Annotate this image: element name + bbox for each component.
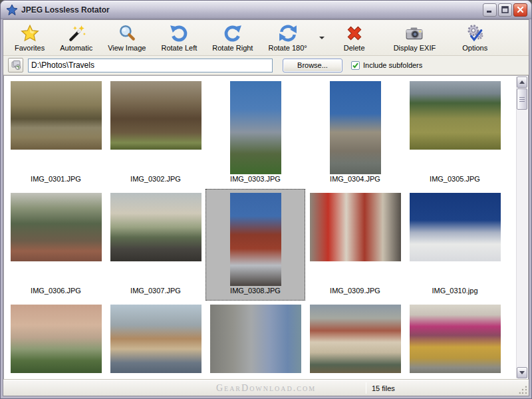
rotate-180-icon [279, 24, 297, 43]
minimize-button[interactable] [483, 3, 497, 17]
thumbnail-cell[interactable] [405, 301, 505, 380]
automatic-button[interactable]: Automatic [55, 22, 97, 54]
view-image-button[interactable]: View Image [103, 22, 150, 54]
window-title: JPEG Lossless Rotator [21, 5, 110, 15]
rotate-right-label: Rotate Right [212, 44, 253, 52]
arrow-up-icon [519, 80, 525, 84]
rotate-left-label: Rotate Left [161, 44, 197, 52]
pathbar: Browse... Include subfolders [3, 56, 529, 75]
thumbnail-filename: IMG_0302.JPG [106, 175, 205, 183]
folder-history-button[interactable] [8, 58, 23, 72]
include-subfolders-option[interactable]: Include subfolders [351, 61, 422, 70]
thumbnail-image[interactable] [110, 305, 201, 373]
thumbnail-cell[interactable]: IMG_0305.JPG [405, 77, 505, 189]
star-icon [21, 24, 39, 43]
thumbnail-image[interactable] [230, 193, 281, 286]
thumbnail-filename: IMG_0306.JPG [6, 287, 106, 295]
thumbnail-image[interactable] [310, 305, 401, 373]
magic-wand-icon [67, 24, 86, 43]
thumbnail-filename: IMG_0301.JPG [6, 175, 106, 183]
thumbnail-cell[interactable]: IMG_0309.JPG [305, 189, 405, 301]
thumbnail-image[interactable] [210, 305, 301, 373]
thumbnail-image[interactable] [310, 193, 401, 261]
thumbnail-filename: IMG_0305.JPG [405, 175, 505, 183]
maximize-button[interactable] [498, 3, 512, 17]
delete-button[interactable]: Delete [335, 22, 374, 54]
thumbnail-image[interactable] [410, 193, 501, 261]
thumbnail-filename: IMG_0307.JPG [106, 287, 205, 295]
thumbnail-cell[interactable] [305, 301, 405, 380]
resize-grip[interactable] [518, 380, 529, 396]
display-exif-button[interactable]: Display EXIF [389, 22, 441, 54]
thumbnail-filename: IMG_0309.JPG [305, 287, 405, 295]
magnifier-icon [118, 24, 136, 43]
thumbnail-filename: IMG_0303.JPG [205, 175, 305, 183]
scrollbar-grip-icon [519, 97, 525, 102]
thumbnail-cell[interactable]: IMG_0302.JPG [106, 77, 205, 189]
close-button[interactable] [513, 3, 527, 17]
browse-button[interactable]: Browse... [283, 59, 342, 72]
chevron-down-icon [319, 37, 325, 39]
rotate-right-icon [223, 24, 242, 43]
arrow-down-icon [519, 371, 525, 374]
options-button[interactable]: Options [456, 22, 494, 54]
thumbnail-grid: IMG_0301.JPG IMG_0302.JPG IMG_0303.JPG I… [6, 77, 505, 380]
resize-grip-icon [519, 386, 528, 395]
rotate-left-button[interactable]: Rotate Left [156, 22, 201, 54]
thumbnail-cell[interactable]: IMG_0304.JPG [305, 77, 405, 189]
rotate-right-button[interactable]: Rotate Right [207, 22, 257, 54]
thumbnail-image[interactable] [410, 305, 501, 373]
thumbnail-cell[interactable]: IMG_0303.JPG [205, 77, 305, 189]
app-window: JPEG Lossless Rotator Favorites [0, 0, 532, 399]
thumbnail-image[interactable] [230, 81, 281, 174]
display-exif-label: Display EXIF [394, 44, 436, 52]
thumbnail-image[interactable] [410, 81, 501, 150]
rotate-180-dropdown[interactable] [318, 22, 326, 54]
rotate-180-label: Rotate 180° [268, 44, 307, 52]
view-image-label: View Image [108, 44, 146, 52]
path-input[interactable] [28, 59, 273, 72]
thumbnail-cell[interactable] [106, 301, 205, 380]
scroll-down-button[interactable] [517, 367, 527, 378]
scroll-up-button[interactable] [517, 76, 527, 88]
red-x-icon [345, 24, 364, 43]
thumbnail-cell[interactable]: IMG_0301.JPG [6, 77, 106, 189]
rotate-left-icon [170, 24, 188, 43]
rotate-180-button[interactable]: Rotate 180° [263, 22, 311, 54]
delete-label: Delete [344, 44, 365, 52]
automatic-label: Automatic [60, 44, 92, 52]
thumbnail-filename: IMG_0304.JPG [305, 175, 405, 183]
thumbnail-filename: IMG_0308.JPG [205, 287, 305, 295]
thumbnail-image[interactable] [110, 81, 201, 150]
statusbar: 15 files GearDownload.com [3, 380, 529, 396]
thumbnail-image[interactable] [11, 81, 102, 150]
thumbnail-cell[interactable]: IMG_0308.JPG [205, 189, 305, 301]
include-subfolders-label: Include subfolders [363, 61, 422, 69]
thumbnail-image[interactable] [11, 305, 102, 373]
statusbar-left-pane [3, 380, 366, 396]
scrollbar-thumb[interactable] [517, 88, 527, 110]
toolbar: Favorites Automatic View Image [3, 20, 529, 56]
favorites-button[interactable]: Favorites [10, 22, 49, 54]
app-logo-icon [6, 4, 18, 16]
thumbnail-cell[interactable] [6, 301, 106, 380]
close-icon [517, 6, 524, 13]
thumbnail-panel: IMG_0301.JPG IMG_0302.JPG IMG_0303.JPG I… [3, 75, 529, 380]
thumbnail-cell[interactable]: IMG_0307.JPG [106, 189, 205, 301]
thumbnail-cell[interactable]: IMG_0310.jpg [405, 189, 505, 301]
window-frame: Favorites Automatic View Image [3, 19, 529, 396]
thumbnail-image[interactable] [110, 193, 201, 261]
photo-folder-icon [11, 60, 21, 70]
gears-icon [466, 24, 484, 43]
thumbnail-image[interactable] [330, 81, 381, 174]
vertical-scrollbar[interactable] [516, 76, 527, 378]
favorites-label: Favorites [15, 44, 45, 52]
thumbnail-image[interactable] [11, 193, 102, 261]
thumbnail-cell[interactable]: IMG_0306.JPG [6, 189, 106, 301]
camera-icon [405, 24, 424, 43]
thumbnail-filename: IMG_0310.jpg [405, 287, 505, 295]
include-subfolders-checkbox[interactable] [351, 61, 360, 70]
titlebar: JPEG Lossless Rotator [1, 1, 531, 19]
file-count: 15 files [366, 380, 518, 396]
thumbnail-cell[interactable] [205, 301, 305, 380]
